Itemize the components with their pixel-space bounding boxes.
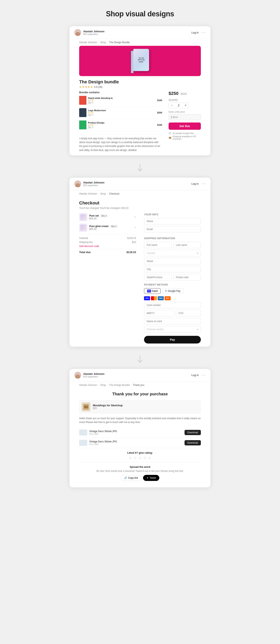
breadcrumb-home[interactable]: Alastair Johnson	[79, 41, 97, 44]
checkout-layout: Pure set Qty 1 $65.00 × Pure glow cream	[79, 213, 201, 344]
download-button-1[interactable]: Download	[184, 430, 201, 435]
email-field[interactable]	[144, 226, 201, 232]
discount-link[interactable]: Add discount code	[79, 245, 99, 248]
qty-decrease-button[interactable]: −	[171, 104, 173, 107]
meta-shipping: 📦 Shipping available in 65 countries	[169, 135, 201, 140]
fair-price-input-wrapper[interactable]: $	[169, 114, 201, 120]
cvc-field[interactable]	[176, 310, 201, 316]
city-field[interactable]	[144, 266, 201, 272]
svg-rect-1	[84, 406, 88, 408]
bundle-thumb-1	[79, 96, 86, 105]
street-field[interactable]	[144, 258, 201, 264]
screen2-store-info: Alastair Johnson 823 supporters	[83, 181, 104, 186]
fair-price-field[interactable]	[173, 116, 189, 119]
cart-item-info-2: Pure glow cream Qty 1 $65.00	[89, 225, 132, 230]
cart-item-1: Pure set Qty 1 $65.00 ×	[79, 213, 136, 221]
screen3-breadcrumb-current: Thank you	[133, 384, 144, 386]
screen1-header: Alastair Johnson 823 supporters Log in ·…	[69, 26, 211, 39]
price-section: $250 $400	[169, 91, 201, 96]
product-left: Bundle contains Stand while blending In …	[79, 91, 162, 152]
store-info: Alastair Johnson 823 supporters	[83, 30, 104, 35]
qty-control: − 2 +	[169, 102, 189, 108]
download-button-2[interactable]: Download	[184, 440, 201, 446]
first-name-field[interactable]	[144, 242, 172, 248]
qty-value: 2	[178, 104, 179, 107]
more-options-button[interactable]: ···	[201, 30, 206, 35]
billing-country-select[interactable]: Choose country	[144, 326, 201, 332]
screen2-breadcrumb-home[interactable]: Alastair Johnson	[79, 192, 97, 195]
get-this-button[interactable]: Get this	[169, 122, 201, 130]
payment-tab-gpay[interactable]: G Google Pay	[162, 288, 183, 294]
screen3-supporters: 823 supporters	[83, 376, 104, 378]
tweet-button[interactable]: ✕ Tweet	[143, 475, 159, 481]
bundle-item-qty-3: Qty: 1	[88, 126, 156, 128]
rate-star-3[interactable]: ☆	[138, 456, 142, 460]
card-tab-label: Card	[152, 290, 157, 292]
store-name: Alastair Johnson	[83, 30, 104, 33]
last-name-field[interactable]	[173, 242, 201, 248]
screen2-breadcrumb-shop[interactable]: Shop	[100, 192, 106, 195]
purchase-name: Mouldings for Sketchup	[93, 404, 198, 407]
country-select[interactable]: Country	[144, 250, 201, 256]
download-size-1: 531.13kb	[89, 433, 182, 435]
bundle-item-price-2: $200	[157, 112, 162, 114]
screen3-breadcrumb-product[interactable]: The Design Bundle	[109, 384, 130, 386]
cart-item-2: Pure glow cream Qty 1 $65.00 ×	[79, 224, 136, 232]
avatar-face	[75, 32, 80, 36]
thankyou-title: Thank you for your purchase	[79, 392, 201, 396]
spread-section: Spread the word Mr Alex Tech would love …	[79, 462, 201, 484]
screen3-breadcrumb: Alastair Johnson › Shop › The Design Bun…	[69, 382, 211, 388]
star-1: ★	[79, 85, 82, 88]
name-on-card-field[interactable]	[144, 318, 201, 324]
login-button[interactable]: Log in	[192, 31, 199, 34]
postal-field[interactable]	[173, 274, 201, 280]
breadcrumb-shop[interactable]: Shop	[100, 41, 106, 44]
cart-item-delete-2[interactable]: ×	[134, 226, 136, 230]
cart-item-qty-2: Qty 1	[110, 225, 118, 228]
screen2-breadcrumb: Alastair Johnson › Shop › Checkout	[69, 190, 211, 197]
screen2-login-button[interactable]: Log in	[192, 182, 199, 185]
bundle-thumb-3	[79, 120, 86, 129]
screen3-login-button[interactable]: Log in	[192, 374, 199, 376]
card-number-field[interactable]	[144, 302, 201, 308]
mm-yy-field[interactable]	[144, 310, 174, 316]
pay-button[interactable]: Pay	[144, 336, 201, 344]
copy-link-button[interactable]: 🔗 Copy link	[121, 475, 141, 481]
screen2-avatar-face	[75, 183, 80, 187]
total-label: Total due	[79, 251, 91, 254]
download-size-2: 531.13kb	[89, 443, 182, 446]
product-content: The Design bundle ★ ★ ★ ★ ★ 4.9 (36) Bun…	[69, 76, 211, 156]
screen3-more-button[interactable]: ···	[201, 373, 206, 377]
subtotal-row: Subtotal $109.23	[79, 237, 136, 240]
bundle-item-name-2: Logo Modernism	[88, 109, 156, 112]
amex-icon: AMEX	[158, 296, 164, 300]
rate-star-2[interactable]: ☆	[133, 456, 137, 460]
card-tab-icon: VISA	[147, 290, 151, 292]
rate-star-4[interactable]: ☆	[143, 456, 147, 460]
payment-tab-card[interactable]: VISA Card	[144, 288, 160, 294]
rate-star-5[interactable]: ☆	[148, 456, 151, 460]
mastercard-icon	[151, 296, 157, 300]
screen1-header-right: Log in ···	[192, 30, 206, 35]
thankyou-content: Thank you for your purchase Mouldings fo…	[69, 388, 211, 488]
screen3-header-left: Alastair Johnson 823 supporters	[74, 372, 104, 378]
bundle-label: Bundle contains	[79, 91, 162, 94]
state-field[interactable]	[144, 274, 172, 280]
screen2-more-button[interactable]: ···	[201, 182, 206, 186]
arrow-1	[0, 160, 280, 178]
store-supporters: 823 supporters	[83, 33, 104, 35]
name-row	[144, 242, 201, 248]
name-field[interactable]	[144, 218, 201, 224]
cart-item-delete-1[interactable]: ×	[134, 215, 136, 219]
bundle-item-rating-1: ★ 4.8	[88, 99, 156, 102]
qty-increase-button[interactable]: +	[185, 104, 186, 107]
checkout-left: Pure set Qty 1 $65.00 × Pure glow cream	[79, 213, 136, 255]
page-title-section: Shop visual designs	[0, 0, 280, 26]
screen3-breadcrumb-home[interactable]: Alastair Johnson	[79, 384, 97, 386]
rate-star-1[interactable]: ☆	[129, 456, 132, 460]
bundle-item-qty-2: Qty: 1	[88, 114, 156, 116]
screen3-breadcrumb-shop[interactable]: Shop	[100, 384, 106, 386]
cart-thumb-1	[79, 213, 87, 221]
screen3-store-info: Alastair Johnson 823 supporters	[83, 372, 104, 378]
card-icons: VISA AMEX DISC	[144, 296, 201, 300]
